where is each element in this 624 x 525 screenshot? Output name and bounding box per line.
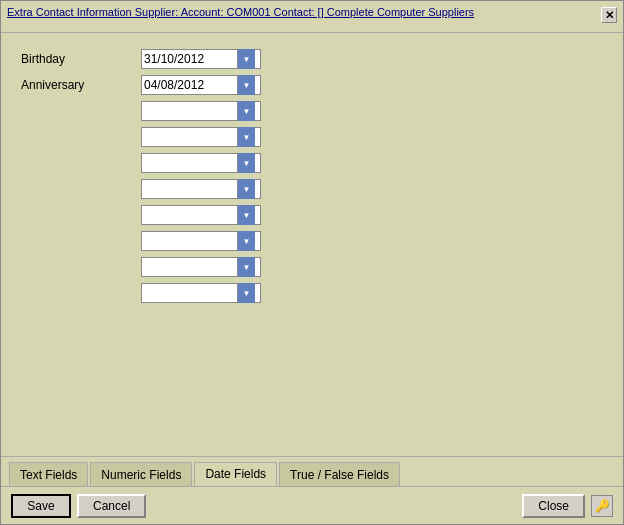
anniversary-label: Anniversary <box>21 78 141 92</box>
date-dropdown-8[interactable] <box>237 231 255 251</box>
info-icon[interactable]: 🔑 <box>591 495 613 517</box>
title-close-button[interactable]: ✕ <box>601 7 617 23</box>
title-bar: Extra Contact Information Supplier: Acco… <box>1 1 623 33</box>
date-row-5 <box>21 153 603 173</box>
date-dropdown-7[interactable] <box>237 205 255 225</box>
tab-date-fields[interactable]: Date Fields <box>194 462 277 486</box>
date-input-10[interactable] <box>142 284 237 302</box>
tab-true-false-fields[interactable]: True / False Fields <box>279 462 400 486</box>
date-wrapper-10 <box>141 283 261 303</box>
date-wrapper-3 <box>141 101 261 121</box>
birthday-input[interactable] <box>142 50 237 68</box>
birthday-label: Birthday <box>21 52 141 66</box>
bottom-bar: Save Cancel Close 🔑 <box>1 486 623 524</box>
date-row-7 <box>21 205 603 225</box>
bottom-left-buttons: Save Cancel <box>11 494 146 518</box>
birthday-input-wrapper <box>141 49 261 69</box>
date-wrapper-8 <box>141 231 261 251</box>
date-input-8[interactable] <box>142 232 237 250</box>
close-button[interactable]: Close <box>522 494 585 518</box>
date-input-7[interactable] <box>142 206 237 224</box>
date-input-3[interactable] <box>142 102 237 120</box>
anniversary-input[interactable] <box>142 76 237 94</box>
cancel-button[interactable]: Cancel <box>77 494 146 518</box>
tab-numeric-fields[interactable]: Numeric Fields <box>90 462 192 486</box>
date-dropdown-9[interactable] <box>237 257 255 277</box>
save-button[interactable]: Save <box>11 494 71 518</box>
bottom-right-buttons: Close 🔑 <box>522 494 613 518</box>
anniversary-dropdown-button[interactable] <box>237 75 255 95</box>
date-row-3 <box>21 101 603 121</box>
date-row-6 <box>21 179 603 199</box>
main-window: Extra Contact Information Supplier: Acco… <box>0 0 624 525</box>
date-wrapper-5 <box>141 153 261 173</box>
date-row-9 <box>21 257 603 277</box>
content-area: Birthday Anniversary <box>1 33 623 456</box>
anniversary-input-wrapper <box>141 75 261 95</box>
date-dropdown-10[interactable] <box>237 283 255 303</box>
date-row-10 <box>21 283 603 303</box>
anniversary-row: Anniversary <box>21 75 603 95</box>
date-dropdown-6[interactable] <box>237 179 255 199</box>
date-dropdown-3[interactable] <box>237 101 255 121</box>
tabs-bar: Text Fields Numeric Fields Date Fields T… <box>1 456 623 486</box>
date-row-8 <box>21 231 603 251</box>
date-wrapper-9 <box>141 257 261 277</box>
date-input-4[interactable] <box>142 128 237 146</box>
window-title: Extra Contact Information Supplier: Acco… <box>7 5 601 20</box>
date-input-5[interactable] <box>142 154 237 172</box>
date-input-9[interactable] <box>142 258 237 276</box>
date-wrapper-7 <box>141 205 261 225</box>
date-input-6[interactable] <box>142 180 237 198</box>
tab-text-fields[interactable]: Text Fields <box>9 462 88 486</box>
birthday-dropdown-button[interactable] <box>237 49 255 69</box>
date-dropdown-5[interactable] <box>237 153 255 173</box>
date-wrapper-4 <box>141 127 261 147</box>
birthday-row: Birthday <box>21 49 603 69</box>
date-dropdown-4[interactable] <box>237 127 255 147</box>
date-wrapper-6 <box>141 179 261 199</box>
date-row-4 <box>21 127 603 147</box>
